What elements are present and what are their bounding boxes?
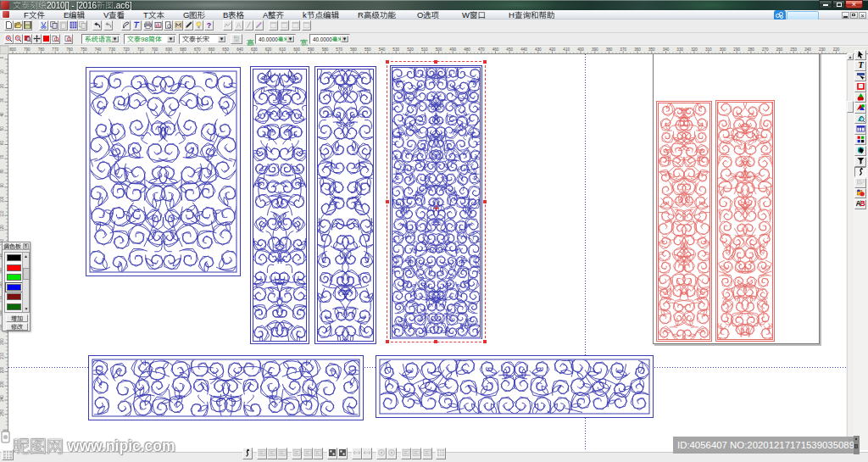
svg-text:90: 90 [0,183,4,188]
svg-text:680: 680 [180,47,186,52]
svg-text:220: 220 [833,47,840,52]
svg-text:450: 450 [506,47,513,52]
svg-text:490: 490 [449,47,456,52]
svg-text:750: 750 [81,47,87,52]
svg-text:250: 250 [790,47,797,52]
svg-text:270: 270 [762,47,769,52]
svg-text:480: 480 [464,47,470,52]
svg-text:20: 20 [0,84,4,89]
svg-text:230: 230 [819,47,826,52]
svg-text:200: 200 [0,338,4,345]
svg-text:800: 800 [9,47,16,52]
svg-text:500: 500 [436,47,442,52]
svg-text:620: 620 [265,47,272,52]
svg-text:740: 740 [95,47,102,52]
svg-text:50: 50 [0,126,4,131]
svg-text:570: 570 [336,47,342,52]
svg-text:250: 250 [0,409,4,416]
svg-text:260: 260 [776,47,783,52]
svg-text:220: 220 [0,366,4,373]
svg-text:310: 310 [705,47,712,52]
svg-text:760: 760 [66,47,73,52]
svg-text:560: 560 [350,47,357,52]
svg-text:420: 420 [549,47,556,52]
svg-text:440: 440 [520,47,527,52]
svg-text:350: 350 [648,47,655,52]
svg-text:390: 390 [592,47,598,52]
svg-text:540: 540 [379,47,386,52]
svg-text:230: 230 [0,381,4,387]
svg-text:290: 290 [733,47,740,52]
svg-text:T: T [858,61,864,70]
svg-text:300: 300 [720,47,726,52]
svg-text:590: 590 [308,47,314,52]
svg-text:580: 580 [322,47,329,52]
svg-text:550: 550 [364,47,371,52]
svg-text:730: 730 [108,47,115,52]
svg-text:630: 630 [251,47,258,52]
svg-text:120: 120 [0,225,4,231]
svg-text:80: 80 [0,169,4,174]
svg-text:770: 770 [52,47,58,52]
svg-text:780: 780 [38,47,45,52]
svg-text:660: 660 [209,47,215,52]
svg-text:530: 530 [392,47,399,52]
svg-text:520: 520 [407,47,414,52]
svg-text:70: 70 [0,154,4,159]
svg-text:610: 610 [279,47,286,52]
svg-text:640: 640 [236,47,243,52]
svg-text:790: 790 [24,47,31,52]
svg-text:240: 240 [804,47,811,52]
svg-text:380: 380 [606,47,613,52]
svg-text:470: 470 [478,47,485,52]
svg-text:240: 240 [0,395,4,402]
svg-text:430: 430 [535,47,542,52]
svg-text:40: 40 [0,112,4,117]
svg-text:330: 330 [676,47,683,52]
svg-text:360: 360 [634,47,641,52]
svg-text:280: 280 [748,47,754,52]
svg-text:10: 10 [0,70,4,75]
svg-text:700: 700 [152,47,159,52]
svg-text:210: 210 [0,353,4,359]
svg-text:0: 0 [0,56,4,58]
svg-text:720: 720 [123,47,130,52]
svg-text:110: 110 [0,210,4,217]
svg-text:670: 670 [194,47,201,52]
svg-text:710: 710 [137,47,144,52]
svg-text:100: 100 [0,196,4,203]
svg-text:690: 690 [165,47,172,52]
svg-text:510: 510 [421,47,428,52]
svg-text:650: 650 [222,47,229,52]
svg-text:410: 410 [563,47,570,52]
svg-text:600: 600 [293,47,300,52]
svg-text:320: 320 [691,47,698,52]
svg-text:400: 400 [577,47,584,52]
svg-text:340: 340 [663,47,670,52]
svg-text:60: 60 [0,141,4,146]
svg-text:30: 30 [0,97,4,103]
svg-text:460: 460 [492,47,499,52]
svg-text:370: 370 [620,47,626,52]
